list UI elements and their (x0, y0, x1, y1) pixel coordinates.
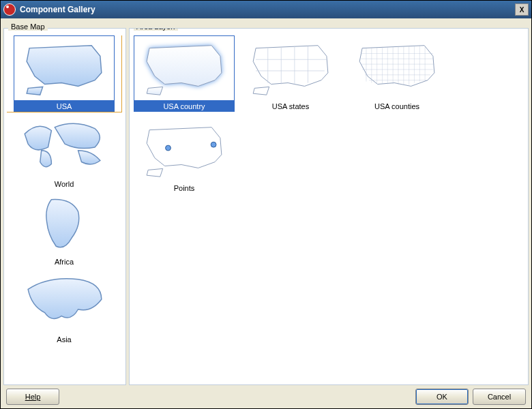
map-thumb-usa-counties (346, 35, 447, 101)
map-thumb-usa (14, 35, 115, 101)
base-map-item-label: Africa (14, 256, 115, 267)
close-icon[interactable]: X (515, 3, 529, 16)
base-map-item-asia[interactable]: Asia (7, 269, 121, 345)
content-area: Base Map USA (1, 18, 531, 385)
area-layer-item-label: USA states (240, 101, 341, 112)
area-layer-item-points[interactable]: Points (134, 117, 235, 194)
map-thumb-asia (14, 269, 115, 334)
base-map-item-africa[interactable]: Africa (7, 191, 121, 267)
map-thumb-usa-country (134, 35, 235, 101)
area-layer-label: Area Layer: (134, 28, 178, 31)
svg-point-24 (166, 145, 171, 151)
button-row: Help OK Cancel (1, 385, 531, 408)
base-map-item-label: World (14, 179, 115, 190)
cancel-button[interactable]: Cancel (473, 389, 526, 405)
base-map-item-world[interactable]: World (7, 113, 121, 190)
area-layer-item-usa-states[interactable]: USA states (240, 35, 341, 112)
map-thumb-world (14, 113, 115, 179)
area-layer-item-label: USA counties (346, 101, 447, 112)
window-title: Component Gallery (20, 5, 515, 14)
area-layer-panel: Area Layer: USA country (129, 28, 529, 385)
base-map-label: Base Map (8, 22, 48, 31)
base-map-panel: Base Map USA (3, 28, 126, 385)
base-map-item-label: USA (14, 101, 115, 112)
area-layer-item-label: USA country (134, 101, 235, 112)
map-thumb-usa-states (240, 35, 341, 101)
svg-point-25 (211, 142, 216, 147)
component-gallery-dialog: Component Gallery X Base Map USA (0, 0, 532, 409)
help-button[interactable]: Help (6, 389, 59, 405)
base-map-item-label: Asia (14, 334, 115, 345)
base-map-scroll[interactable]: USA World (7, 35, 123, 382)
ok-button[interactable]: OK (415, 389, 469, 405)
map-thumb-africa (14, 191, 115, 256)
area-layer-item-usa-country[interactable]: USA country (134, 35, 235, 112)
area-layer-item-label: Points (134, 183, 235, 194)
app-icon (3, 3, 16, 16)
map-thumb-points (134, 117, 235, 183)
base-map-item-usa[interactable]: USA (7, 35, 121, 112)
area-layer-item-usa-counties[interactable]: USA counties (346, 35, 447, 112)
titlebar: Component Gallery X (1, 1, 531, 18)
